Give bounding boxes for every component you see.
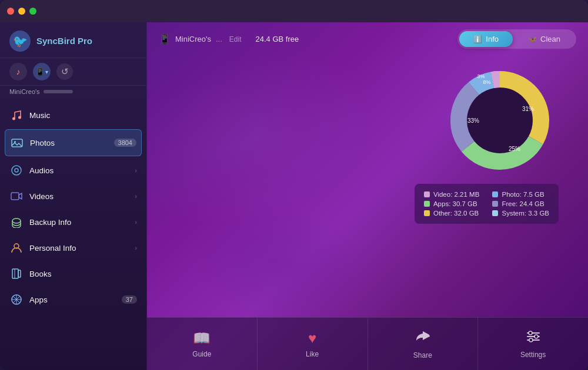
personal-info-label: Personal Info	[29, 244, 132, 253]
edit-link[interactable]: Edit	[229, 35, 242, 43]
videos-chevron: ›	[135, 193, 137, 200]
settings-label: Settings	[520, 351, 546, 359]
backup-info-label: Backup Info	[29, 218, 132, 227]
clean-tab-label: Clean	[540, 35, 560, 43]
backup-icon	[9, 215, 24, 229]
app-name-pro: Pro	[78, 36, 92, 46]
audios-chevron: ›	[135, 167, 137, 174]
other-dot	[424, 210, 430, 216]
close-button[interactable]	[7, 8, 14, 15]
guide-icon: 📖	[193, 330, 211, 347]
other-legend-text: Other: 32.0 GB	[433, 210, 479, 217]
apps-dot	[424, 201, 430, 207]
content-area: 📱 MiniCreo's ... Edit 24.4 GB free ℹ️ In…	[147, 22, 588, 370]
chart-area: 33% 31% 25% 8% 3% Video: 2.21 MB	[147, 56, 588, 317]
svg-point-1	[18, 116, 21, 119]
like-label: Like	[306, 350, 319, 358]
books-icon	[9, 267, 24, 281]
system-dot	[492, 210, 498, 216]
content-header: 📱 MiniCreo's ... Edit 24.4 GB free ℹ️ In…	[147, 22, 588, 56]
device-info-row: 📱 MiniCreo's ... Edit 24.4 GB free	[159, 33, 299, 45]
backup-chevron: ›	[135, 218, 137, 226]
legend-free: Free: 24.4 GB	[492, 200, 549, 207]
svg-rect-8	[12, 269, 18, 278]
svg-text:3%: 3%	[477, 73, 485, 79]
donut-chart: 33% 31% 25% 8% 3%	[441, 62, 559, 179]
svg-rect-9	[18, 270, 21, 277]
main-layout: 🐦 SyncBird Pro ♪ 📱 ▾	[0, 22, 588, 370]
videos-label: Videos	[29, 192, 132, 201]
sidebar-header: 🐦 SyncBird Pro	[0, 22, 146, 58]
system-legend-text: System: 3.3 GB	[502, 210, 549, 217]
guide-button[interactable]: 📖 Guide	[147, 318, 258, 370]
music-label: Music	[29, 111, 137, 120]
phone-tab-icon: 📱	[35, 68, 45, 76]
storage-free-text: 24.4 GB free	[256, 35, 299, 43]
sidebar-item-backup-info[interactable]: Backup Info ›	[0, 209, 146, 235]
video-legend-text: Video: 2.21 MB	[433, 191, 479, 198]
minimize-button[interactable]	[18, 8, 25, 15]
like-button[interactable]: ♥ Like	[258, 318, 368, 370]
photo-dot	[492, 191, 498, 197]
sidebar-item-apps[interactable]: Apps 37	[0, 287, 146, 312]
legend-apps: Apps: 30.7 GB	[424, 200, 481, 207]
device-name-row: MiniCreo's	[0, 86, 146, 100]
share-icon	[415, 329, 431, 348]
video-dot	[424, 191, 430, 197]
app-name-text: SyncBird	[36, 36, 75, 46]
refresh-button[interactable]: ↺	[56, 63, 73, 80]
share-button[interactable]: Share	[368, 318, 479, 370]
music-icon	[9, 108, 24, 122]
audios-label: Audios	[29, 166, 132, 175]
apps-badge: 37	[122, 295, 137, 304]
bird-icon: 🐦	[13, 34, 28, 48]
device-name-bar	[44, 90, 73, 93]
traffic-lights	[7, 8, 36, 15]
clean-tab[interactable]: 🦋 Clean	[514, 31, 574, 47]
photos-icon	[10, 136, 24, 150]
legend-other: Other: 32.0 GB	[424, 210, 481, 217]
sidebar-item-books[interactable]: Books	[0, 261, 146, 287]
app-logo: 🐦	[9, 31, 31, 52]
sidebar-item-audios[interactable]: Audios ›	[0, 157, 146, 183]
device-tabs-row: ♪ 📱 ▾ ↺	[0, 58, 146, 86]
svg-point-0	[12, 117, 15, 120]
sidebar-item-music[interactable]: Music	[0, 102, 146, 128]
nav-list: Music Photos 3804	[0, 100, 146, 370]
apps-label: Apps	[29, 295, 122, 304]
books-label: Books	[29, 270, 137, 278]
device-phone-icon: 📱	[159, 33, 171, 45]
music-tab-icon: ♪	[16, 67, 21, 76]
photos-badge: 3804	[114, 139, 136, 147]
personal-chevron: ›	[135, 244, 137, 251]
svg-text:8%: 8%	[483, 79, 490, 85]
sidebar-item-personal-info[interactable]: Personal Info ›	[0, 235, 146, 261]
sidebar-item-photos[interactable]: Photos 3804	[5, 129, 142, 156]
svg-point-18	[474, 95, 526, 146]
share-label: Share	[413, 351, 432, 359]
sidebar: 🐦 SyncBird Pro ♪ 📱 ▾	[0, 22, 147, 370]
titlebar	[0, 0, 588, 22]
settings-button[interactable]: Settings	[478, 318, 588, 370]
info-tab[interactable]: ℹ️ Info	[459, 31, 513, 47]
main-window: 🐦 SyncBird Pro ♪ 📱 ▾	[0, 0, 588, 370]
legend-box: Video: 2.21 MB Photo: 7.5 GB Apps: 30.7 …	[415, 184, 559, 224]
audios-icon	[9, 163, 24, 177]
bottom-bar: 📖 Guide ♥ Like Share	[147, 317, 588, 370]
music-device-tab[interactable]: ♪	[9, 63, 27, 80]
maximize-button[interactable]	[29, 8, 36, 15]
phone-dropdown-arrow: ▾	[45, 69, 48, 75]
sidebar-item-videos[interactable]: Videos ›	[0, 183, 146, 209]
svg-point-4	[15, 169, 18, 172]
svg-point-29	[529, 338, 533, 342]
svg-rect-5	[11, 193, 19, 200]
guide-label: Guide	[192, 350, 211, 358]
photos-label: Photos	[30, 139, 114, 147]
photo-legend-text: Photo: 7.5 GB	[502, 191, 544, 198]
apps-legend-text: Apps: 30.7 GB	[433, 200, 477, 207]
svg-point-27	[529, 331, 532, 335]
clean-tab-icon: 🦋	[528, 35, 537, 43]
legend-video: Video: 2.21 MB	[424, 191, 481, 198]
phone-device-tab[interactable]: 📱 ▾	[33, 63, 51, 80]
free-dot	[492, 201, 498, 207]
